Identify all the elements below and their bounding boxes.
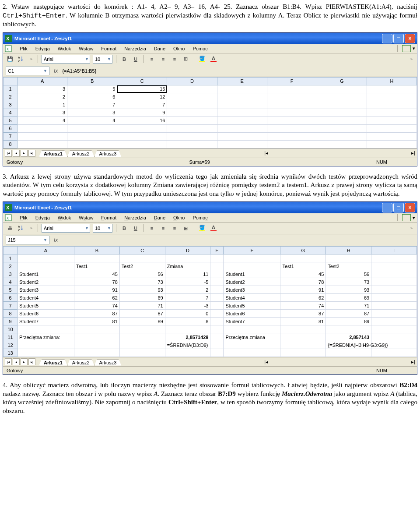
- cell[interactable]: 78: [74, 278, 120, 286]
- row-header[interactable]: 3: [4, 270, 18, 278]
- cell[interactable]: [224, 262, 280, 270]
- row-header[interactable]: 10: [4, 325, 18, 333]
- cell[interactable]: 4: [18, 117, 67, 124]
- col-header[interactable]: A: [18, 247, 74, 254]
- row-header[interactable]: 6: [4, 124, 18, 132]
- cell[interactable]: [117, 132, 167, 140]
- cell[interactable]: [317, 109, 367, 117]
- col-header[interactable]: F: [224, 247, 280, 254]
- row-header[interactable]: 7: [4, 302, 18, 310]
- cell[interactable]: [371, 333, 417, 341]
- row-header[interactable]: 6: [4, 294, 18, 302]
- cell[interactable]: Student3: [18, 286, 74, 294]
- sheet-tab[interactable]: Arkusz1: [39, 359, 67, 366]
- cell[interactable]: 93: [119, 286, 165, 294]
- col-header[interactable]: H: [326, 247, 371, 254]
- cell[interactable]: Przeciętna zmiana: [224, 333, 280, 341]
- task-pane-toggle[interactable]: ▾: [397, 214, 415, 221]
- cell[interactable]: 69: [326, 294, 371, 302]
- cell[interactable]: [267, 85, 317, 93]
- spreadsheet-grid-1[interactable]: A B C D E F G H 13515 22612 3177 4339 54…: [3, 77, 417, 148]
- spreadsheet-grid-2[interactable]: A B C D E F G H I 1 2Test1Test2ZmianaTes…: [3, 246, 417, 357]
- cell[interactable]: 91: [280, 286, 326, 294]
- col-header[interactable]: F: [267, 77, 317, 85]
- cell[interactable]: [317, 140, 367, 148]
- cell[interactable]: [18, 341, 74, 349]
- merge-button[interactable]: ⊞: [182, 224, 190, 233]
- cell[interactable]: [67, 124, 117, 132]
- cell[interactable]: Test2: [326, 262, 371, 270]
- row-header[interactable]: 2: [4, 93, 18, 101]
- cell[interactable]: 73: [326, 278, 371, 286]
- cell[interactable]: [210, 302, 224, 310]
- cell[interactable]: [167, 109, 217, 117]
- formula-value[interactable]: {=A1:A5*B1:B5}: [62, 68, 414, 74]
- cell[interactable]: [217, 117, 267, 124]
- cell[interactable]: [217, 132, 267, 140]
- fx-icon[interactable]: fx: [54, 237, 58, 243]
- cell[interactable]: 2,857143: [326, 333, 371, 341]
- cell[interactable]: 91: [74, 286, 120, 294]
- cell[interactable]: 11: [165, 270, 210, 278]
- row-header[interactable]: 8: [4, 310, 18, 318]
- cell[interactable]: 6: [67, 93, 117, 101]
- cell[interactable]: 73: [119, 278, 165, 286]
- cell[interactable]: [167, 117, 217, 124]
- cell[interactable]: [267, 93, 317, 101]
- cell[interactable]: [210, 254, 224, 262]
- cell[interactable]: [119, 341, 165, 349]
- cell[interactable]: [217, 85, 267, 93]
- cell[interactable]: [371, 278, 417, 286]
- underline-button[interactable]: U: [131, 55, 140, 64]
- cell[interactable]: [18, 262, 74, 270]
- cell[interactable]: [326, 254, 371, 262]
- task-pane-toggle[interactable]: ▾: [397, 45, 415, 52]
- cell[interactable]: [371, 286, 417, 294]
- cell[interactable]: [367, 124, 416, 132]
- cell[interactable]: [210, 278, 224, 286]
- sheet-tab[interactable]: Arkusz1: [39, 150, 67, 157]
- save-icon[interactable]: 💾: [6, 55, 14, 64]
- cell[interactable]: [210, 262, 224, 270]
- row-header[interactable]: 5: [4, 286, 18, 294]
- menu-wstaw[interactable]: Wstaw: [75, 45, 97, 52]
- toolbar-overflow-icon[interactable]: »: [410, 57, 413, 61]
- cell[interactable]: [371, 349, 417, 357]
- row-header[interactable]: 9: [4, 318, 18, 325]
- font-dropdown[interactable]: Arial▼: [42, 224, 90, 233]
- cell[interactable]: 3: [18, 109, 67, 117]
- cell[interactable]: 12: [117, 93, 167, 101]
- maximize-button[interactable]: □: [393, 34, 404, 43]
- cell[interactable]: 45: [280, 270, 326, 278]
- cell[interactable]: [167, 101, 217, 109]
- toolbar-overflow-icon[interactable]: »: [30, 226, 32, 230]
- col-header[interactable]: G: [280, 247, 326, 254]
- cell[interactable]: [217, 109, 267, 117]
- fontsize-dropdown[interactable]: 10▼: [93, 224, 112, 233]
- cell[interactable]: 16: [117, 117, 167, 124]
- cell[interactable]: [224, 325, 280, 333]
- cell[interactable]: [167, 124, 217, 132]
- cell[interactable]: [74, 349, 120, 357]
- font-dropdown[interactable]: Arial▼: [42, 55, 90, 64]
- cell[interactable]: [18, 254, 74, 262]
- cell[interactable]: [280, 254, 326, 262]
- row-header[interactable]: 4: [4, 109, 18, 117]
- menu-narzedzia[interactable]: Narzędzia: [121, 214, 150, 221]
- cell[interactable]: 87: [326, 310, 371, 318]
- cell[interactable]: Przeciętna zmiana:: [18, 333, 74, 341]
- cell[interactable]: [74, 341, 120, 349]
- bold-button[interactable]: B: [120, 224, 129, 233]
- cell[interactable]: [117, 140, 167, 148]
- cell[interactable]: Student1: [224, 270, 280, 278]
- toolbar-overflow-icon[interactable]: »: [410, 226, 413, 230]
- cell[interactable]: [326, 349, 371, 357]
- cell[interactable]: 9: [117, 109, 167, 117]
- cell[interactable]: 62: [74, 294, 120, 302]
- cell[interactable]: 74: [74, 302, 120, 310]
- cell[interactable]: 81: [74, 318, 120, 325]
- cell[interactable]: [317, 101, 367, 109]
- menu-narzedzia[interactable]: Narzędzia: [121, 45, 150, 52]
- cell[interactable]: Test1: [280, 262, 326, 270]
- fill-color-button[interactable]: 🪣: [198, 55, 206, 64]
